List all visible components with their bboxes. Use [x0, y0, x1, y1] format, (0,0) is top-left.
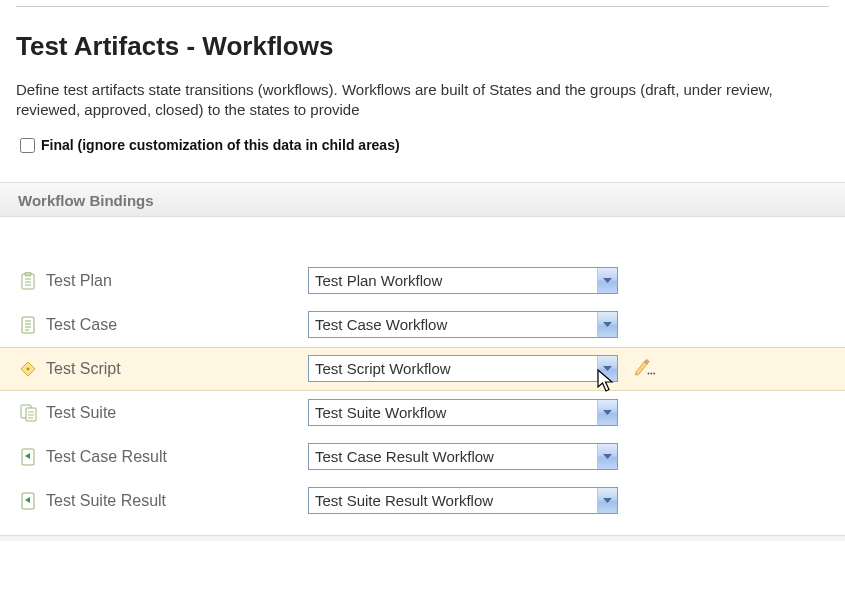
svg-rect-5: [22, 317, 34, 333]
svg-rect-1: [25, 272, 31, 276]
chevron-down-icon: [597, 444, 617, 469]
section-header: Workflow Bindings: [0, 182, 845, 217]
suite-icon: [20, 404, 46, 422]
workflow-select-test-plan[interactable]: Test Plan Workflow: [308, 267, 618, 294]
case-icon: [20, 316, 46, 334]
result-icon: [20, 492, 46, 510]
final-checkbox-label: Final (ignore customization of this data…: [41, 137, 400, 153]
chevron-down-icon: [597, 356, 617, 381]
chevron-down-icon: [597, 488, 617, 513]
binding-row-test-script: Test Script Test Script Workflow: [0, 347, 845, 391]
workflow-bindings-list: Test Plan Test Plan Workflow Test Case: [0, 259, 845, 523]
workflow-select-test-suite[interactable]: Test Suite Workflow: [308, 399, 618, 426]
select-value: Test Suite Result Workflow: [309, 492, 597, 509]
svg-rect-16: [26, 408, 36, 421]
page-title: Test Artifacts - Workflows: [16, 31, 829, 62]
clipboard-icon: [20, 272, 46, 290]
edit-button[interactable]: [634, 358, 656, 380]
binding-row-test-suite-result: Test Suite Result Test Suite Result Work…: [0, 479, 845, 523]
workflow-select-test-case-result[interactable]: Test Case Result Workflow: [308, 443, 618, 470]
select-value: Test Plan Workflow: [309, 272, 597, 289]
workflow-select-test-suite-result[interactable]: Test Suite Result Workflow: [308, 487, 618, 514]
workflow-select-test-script[interactable]: Test Script Workflow: [308, 355, 618, 382]
binding-label: Test Script: [46, 360, 308, 378]
select-value: Test Case Workflow: [309, 316, 597, 333]
svg-point-10: [27, 367, 30, 370]
workflow-select-test-case[interactable]: Test Case Workflow: [308, 311, 618, 338]
select-value: Test Case Result Workflow: [309, 448, 597, 465]
final-checkbox-row: Final (ignore customization of this data…: [16, 135, 829, 156]
binding-label: Test Case Result: [46, 448, 308, 466]
chevron-down-icon: [597, 312, 617, 337]
binding-label: Test Suite: [46, 404, 308, 422]
binding-row-test-plan: Test Plan Test Plan Workflow: [0, 259, 845, 303]
svg-point-14: [653, 372, 655, 374]
binding-label: Test Suite Result: [46, 492, 308, 510]
select-value: Test Script Workflow: [309, 360, 597, 377]
binding-label: Test Plan: [46, 272, 308, 290]
chevron-down-icon: [597, 268, 617, 293]
svg-point-12: [648, 372, 650, 374]
final-checkbox[interactable]: [20, 138, 35, 153]
binding-label: Test Case: [46, 316, 308, 334]
bottom-divider: [0, 535, 845, 541]
svg-point-13: [650, 372, 652, 374]
binding-row-test-case: Test Case Test Case Workflow: [0, 303, 845, 347]
result-icon: [20, 448, 46, 466]
binding-row-test-case-result: Test Case Result Test Case Result Workfl…: [0, 435, 845, 479]
top-divider: [16, 6, 829, 7]
select-value: Test Suite Workflow: [309, 404, 597, 421]
chevron-down-icon: [597, 400, 617, 425]
page-description: Define test artifacts state transitions …: [16, 80, 829, 121]
binding-row-test-suite: Test Suite Test Suite Workflow: [0, 391, 845, 435]
script-icon: [20, 361, 46, 377]
